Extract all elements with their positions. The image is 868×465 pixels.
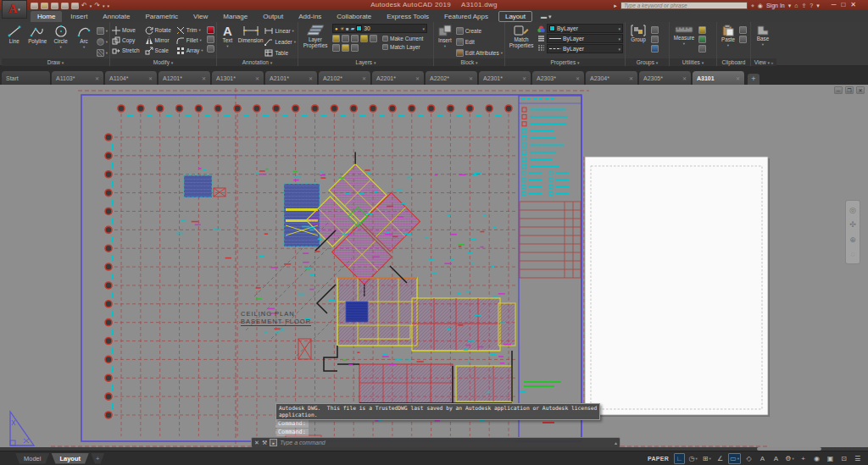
autoscale-icon[interactable]: A: [771, 453, 782, 464]
doc-minimize-button[interactable]: ─: [834, 86, 843, 94]
model-tab[interactable]: Model: [15, 453, 49, 464]
quick-select-icon[interactable]: [698, 26, 706, 34]
dropdown-icon[interactable]: ▾: [709, 457, 710, 461]
trim-dropdown-icon[interactable]: ▾: [199, 28, 201, 32]
tab-close-icon[interactable]: ✕: [309, 75, 313, 81]
doc-close-button[interactable]: ✕: [856, 86, 865, 94]
graphics-performance-icon[interactable]: ▣: [825, 453, 836, 464]
dropdown-icon[interactable]: ▾: [696, 457, 698, 461]
tab-close-icon[interactable]: ✕: [415, 75, 420, 81]
sign-in-button[interactable]: Sign In: [766, 3, 785, 8]
insert-dropdown-icon[interactable]: ▾: [444, 45, 446, 48]
panel-label-clipboard[interactable]: Clipboard: [717, 58, 750, 66]
rectangle-icon[interactable]: [97, 27, 104, 35]
polyline-button[interactable]: Polyline: [26, 24, 47, 45]
autodesk-share-icon[interactable]: ⇪: [801, 2, 806, 9]
hatch-dropdown-icon[interactable]: ▾: [106, 51, 108, 55]
command-input[interactable]: [280, 440, 612, 446]
copy-clip-icon[interactable]: [739, 26, 747, 34]
panel-label-draw[interactable]: Draw ▾: [2, 58, 109, 66]
paste-dropdown-icon[interactable]: ▾: [727, 44, 729, 47]
grid-display-icon[interactable]: ◷▾: [687, 453, 698, 464]
tab-close-icon[interactable]: ✕: [469, 75, 473, 81]
linear-button[interactable]: Linear▾: [264, 26, 296, 36]
ribbon-tab-add-ins[interactable]: Add-ins: [292, 11, 328, 22]
zoom-icon[interactable]: ⊕: [849, 235, 856, 244]
layer-prev-icon[interactable]: [351, 44, 359, 52]
linear-dropdown-icon[interactable]: ▾: [292, 29, 294, 33]
paper-space-label[interactable]: PAPER: [648, 456, 669, 462]
command-close-icon[interactable]: ✕: [254, 438, 259, 447]
ribbon-tab-collaborate[interactable]: Collaborate: [330, 11, 378, 22]
panel-label-annotation[interactable]: Annotation ▾: [217, 58, 298, 66]
panel-label-block[interactable]: Block ▾: [434, 58, 504, 66]
base-dropdown-icon[interactable]: ▾: [762, 43, 764, 47]
line-button[interactable]: Line: [3, 24, 25, 45]
layer-thaw-icon[interactable]: [342, 44, 349, 52]
offset-icon[interactable]: [207, 45, 214, 53]
close-button[interactable]: ✕: [850, 1, 856, 9]
file-tab-a3101[interactable]: A3101✕: [693, 71, 745, 85]
layer-properties-button[interactable]: Layer Properties: [300, 24, 331, 48]
ribbon-tab-insert[interactable]: Insert: [64, 11, 94, 22]
save-icon[interactable]: [51, 3, 58, 9]
leader-button[interactable]: Leader▾: [264, 37, 296, 47]
group-edit-icon[interactable]: [651, 36, 659, 43]
ellipse-dropdown-icon[interactable]: ▾: [106, 40, 108, 44]
measure-button[interactable]: Measure ▾: [671, 24, 697, 46]
file-tab-a2101[interactable]: A2101*✕: [265, 71, 318, 85]
app-store-icon[interactable]: ⌂: [794, 2, 798, 9]
layout-tab[interactable]: Layout: [51, 453, 89, 464]
copy-button[interactable]: Copy: [112, 36, 140, 45]
match-properties-button[interactable]: Match Properties: [507, 24, 536, 48]
object-color-dropdown[interactable]: ByLayer▾: [547, 24, 623, 33]
file-tab-a1104[interactable]: A1104*✕: [105, 71, 158, 85]
text-button[interactable]: A Text ▾: [219, 24, 236, 48]
tab-close-icon[interactable]: ✕: [148, 75, 153, 81]
open-file-icon[interactable]: [41, 3, 48, 9]
dimension-button[interactable]: Dimension: [238, 24, 264, 44]
layer-freeze-tool-icon[interactable]: [351, 35, 359, 42]
insert-button[interactable]: Insert ▾: [436, 24, 454, 48]
explode-icon[interactable]: [207, 36, 214, 43]
fillet-button[interactable]: Fillet▾: [176, 36, 203, 45]
file-tab-a2102[interactable]: A2102*✕: [319, 71, 371, 85]
match-layer-button[interactable]: Match Layer: [382, 43, 423, 50]
command-customize-icon[interactable]: ⚒: [262, 438, 267, 447]
new-layout-tab[interactable]: +: [91, 453, 104, 464]
workspace-switching-icon[interactable]: +: [798, 453, 809, 464]
polar-tracking-icon[interactable]: ▭▾: [728, 453, 741, 464]
base-button[interactable]: Base ▾: [753, 24, 773, 47]
linetype-list-icon[interactable]: [537, 44, 545, 52]
tab-close-icon[interactable]: ✕: [202, 75, 206, 81]
new-file-icon[interactable]: [31, 3, 38, 9]
help-dropdown-icon[interactable]: ▾: [816, 2, 820, 9]
isodraft-icon[interactable]: ◇: [743, 453, 754, 464]
undo-icon[interactable]: ↶: [81, 3, 87, 9]
quick-calc-icon[interactable]: [698, 36, 706, 43]
redo-dropdown-icon[interactable]: ▾: [103, 3, 105, 8]
table-button[interactable]: Table: [264, 48, 296, 58]
hatch-icon[interactable]: [97, 49, 104, 57]
search-input[interactable]: [620, 2, 748, 9]
ribbon-tab-output[interactable]: Output: [256, 11, 290, 22]
navigation-bar[interactable]: ◎ ✣ ⊕ ◌: [845, 200, 860, 264]
file-tab-a2301[interactable]: A2301*✕: [479, 71, 531, 85]
arc-button[interactable]: Arc ▾: [73, 24, 94, 49]
layer-off-icon[interactable]: [332, 35, 340, 42]
color-wheel-icon[interactable]: [537, 25, 545, 33]
file-tab-a2201[interactable]: A2201*✕: [372, 71, 425, 85]
command-expand-icon[interactable]: ▴: [615, 440, 617, 446]
layer-unlock-icon[interactable]: [370, 35, 377, 42]
ribbon-tab-express-tools[interactable]: Express Tools: [380, 11, 436, 22]
clean-screen-icon[interactable]: ⊡: [838, 453, 849, 464]
create-block-button[interactable]: Create: [456, 26, 503, 36]
ungroup-icon[interactable]: [651, 26, 659, 34]
layer-isolate-icon[interactable]: [342, 35, 349, 42]
panel-label-modify[interactable]: Modify ▾: [110, 58, 216, 66]
dropdown-icon[interactable]: ▾: [792, 457, 793, 461]
ribbon-tab-featured-apps[interactable]: Featured Apps: [437, 11, 495, 22]
command-line-bar[interactable]: ✕ ⚒ ▸ ▴: [251, 437, 620, 447]
full-navigation-wheel-icon[interactable]: ◎: [849, 206, 856, 214]
annotation-visibility-icon[interactable]: A: [757, 453, 768, 464]
